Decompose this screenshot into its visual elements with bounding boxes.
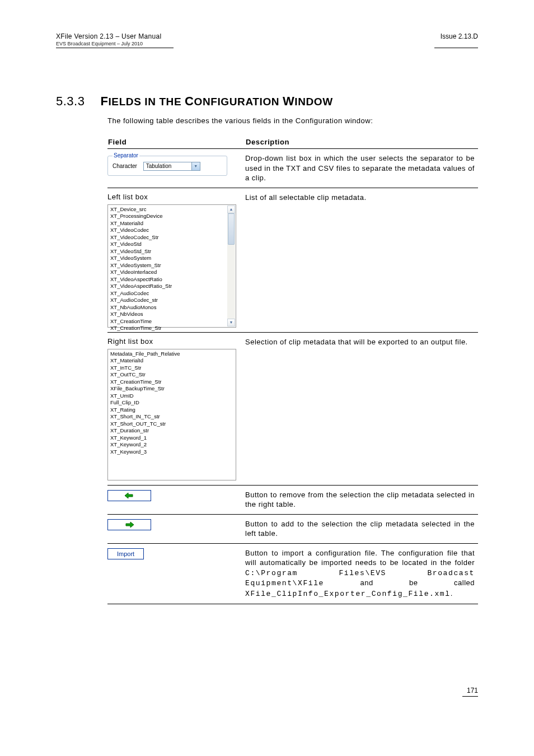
row-import-button: Import Button to import a configuration … — [107, 543, 478, 604]
remove-button[interactable] — [107, 490, 151, 501]
document-page: XFile Version 2.13 – User Manual EVS Bro… — [0, 0, 534, 756]
list-item[interactable]: XT_Short_IN_TC_str — [110, 413, 227, 421]
separator-label: Character — [113, 163, 137, 169]
intro-text: The following table describes the variou… — [107, 116, 478, 125]
separator-value: Tabulation — [146, 163, 172, 169]
list-item[interactable]: XT_AudioCodec_str — [110, 297, 227, 304]
separator-groupbox: Separator Character Tabulation ▼ — [107, 156, 227, 176]
left-listbox-label: Left list box — [107, 193, 242, 201]
list-item[interactable]: XT_VideoStd_Str — [110, 248, 227, 255]
right-listbox-description: Selection of clip metadata that will be … — [245, 332, 478, 485]
list-item[interactable]: XT_InTC_Str — [110, 365, 227, 372]
col-field: Field — [107, 137, 245, 149]
list-item[interactable]: XT_Duration_str — [110, 427, 227, 435]
header-issuer: EVS Broadcast Equipment – July 2010 — [56, 41, 161, 46]
right-listbox[interactable]: Metadata_File_Path_RelativeXT_MaterialId… — [107, 349, 236, 480]
list-item[interactable]: XT_Keyword_3 — [110, 449, 227, 456]
left-listbox-description: List of all selectable clip metadata. — [245, 188, 478, 332]
list-item[interactable]: XT_Rating — [110, 407, 227, 414]
list-item[interactable]: XT_MaterialId — [110, 220, 227, 227]
page-header: XFile Version 2.13 – User Manual EVS Bro… — [56, 32, 478, 46]
list-item[interactable]: XT_CreationTime_Str — [110, 379, 227, 386]
list-item[interactable]: XT_VideoInterlaced — [110, 269, 227, 276]
list-item[interactable]: XT_OutTC_Str — [110, 371, 227, 379]
fields-table: Field Description Separator Character Ta… — [107, 137, 478, 604]
list-item[interactable]: XT_CreationTime — [110, 318, 227, 325]
list-item[interactable]: XT_UmID — [110, 393, 227, 400]
col-description: Description — [245, 137, 478, 149]
section-title: FIELDS IN THE CONFIGURATION WINDOW — [100, 94, 332, 109]
arrow-right-icon — [124, 521, 135, 529]
separator-description: Drop-down list box in which the user sel… — [245, 149, 478, 188]
page-number-rule — [462, 696, 478, 697]
right-listbox-label: Right list box — [107, 337, 242, 346]
left-listbox[interactable]: XT_Device_srcXT_ProcessingDeviceXT_Mater… — [107, 204, 236, 328]
section-number: 5.3.3 — [56, 94, 85, 109]
header-rule — [56, 48, 478, 48]
list-item[interactable]: XT_VideoSystem — [110, 255, 227, 262]
row-separator: Separator Character Tabulation ▼ Drop-do… — [107, 149, 478, 188]
list-item[interactable]: XT_VideoStd — [110, 241, 227, 248]
import-button-description: Button to import a configuration file. T… — [245, 543, 478, 604]
list-item[interactable]: XT_ProcessingDevice — [110, 213, 227, 220]
list-item[interactable]: XT_AudioCodec — [110, 290, 227, 297]
row-remove-button: Button to remove from the selection the … — [107, 485, 478, 514]
list-item[interactable]: XT_MaterialId — [110, 357, 227, 365]
list-item[interactable]: XT_Keyword_1 — [110, 435, 227, 442]
list-item[interactable]: XT_VideoAspectRatio_Str — [110, 283, 227, 290]
list-item[interactable]: XT_CreationTime_Str — [110, 325, 227, 332]
section-heading: 5.3.3 FIELDS IN THE CONFIGURATION WINDOW — [56, 94, 478, 109]
list-item[interactable]: XT_VideoCodec_Str — [110, 234, 227, 241]
row-add-button: Button to add to the selection the clip … — [107, 514, 478, 543]
list-item[interactable]: XT_VideoSystem_Str — [110, 262, 227, 269]
list-item[interactable]: XT_NbAudioMonos — [110, 304, 227, 311]
list-item[interactable]: XT_Keyword_2 — [110, 441, 227, 449]
import-button[interactable]: Import — [107, 548, 144, 559]
list-item[interactable]: XT_NbVideos — [110, 311, 227, 318]
scroll-up-icon[interactable]: ▲ — [227, 206, 235, 213]
list-item[interactable]: XT_VideoCodec — [110, 227, 227, 234]
header-issue: Issue 2.13.D — [441, 32, 478, 40]
list-item[interactable]: Metadata_File_Path_Relative — [110, 351, 227, 358]
list-item[interactable]: XT_Device_src — [110, 206, 227, 213]
row-right-listbox: Right list box Metadata_File_Path_Relati… — [107, 332, 478, 485]
header-product: XFile Version 2.13 – User Manual — [56, 32, 161, 40]
add-button[interactable] — [107, 519, 151, 530]
arrow-left-icon — [124, 492, 135, 500]
scroll-down-icon[interactable]: ▼ — [227, 319, 235, 326]
scrollbar[interactable]: ▲ ▼ — [227, 206, 235, 326]
row-left-listbox: Left list box XT_Device_srcXT_Processing… — [107, 188, 478, 332]
list-item[interactable]: XFile_BackupTime_Str — [110, 385, 227, 393]
separator-combo[interactable]: Tabulation ▼ — [143, 162, 200, 171]
page-number: 171 — [467, 687, 478, 694]
chevron-down-icon[interactable]: ▼ — [191, 162, 200, 170]
scroll-thumb[interactable] — [228, 213, 235, 245]
list-item[interactable]: Full_Clip_ID — [110, 399, 227, 407]
add-button-description: Button to add to the selection the clip … — [245, 514, 478, 543]
separator-legend: Separator — [113, 152, 139, 158]
list-item[interactable]: XT_Short_OUT_TC_str — [110, 421, 227, 428]
list-item[interactable]: XT_VideoAspectRatio — [110, 276, 227, 283]
remove-button-description: Button to remove from the selection the … — [245, 485, 478, 514]
